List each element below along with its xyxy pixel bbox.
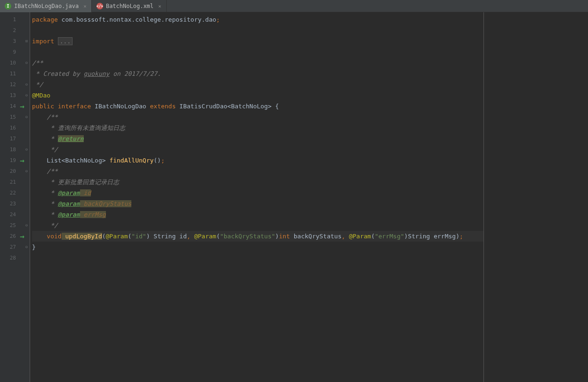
line-number: 26 [0, 231, 24, 242]
xml-file-icon: </> [97, 3, 103, 9]
editor-tabs: I IBatchNoLogDao.java × </> BatchNoLog.x… [0, 0, 588, 12]
line-number: 24 [0, 209, 24, 220]
fold-collapse-icon[interactable]: ⊖ [24, 112, 30, 122]
code-line: */ [32, 144, 483, 155]
code-line: * 查询所有未查询通知日志 [32, 122, 483, 133]
java-interface-icon: I [5, 3, 11, 9]
line-number: 14 [0, 101, 24, 112]
line-number: 16 [0, 122, 24, 133]
editor-container: 1 2 3 9 10 11 12 13 14 15 16 17 18 19 20… [0, 12, 588, 382]
line-number: 22 [0, 187, 24, 198]
code-line: * @param errMsg [32, 209, 483, 220]
code-line: * @return [32, 133, 483, 144]
code-line: * Created by guokuny on 2017/7/27. [32, 68, 483, 79]
code-line [32, 252, 483, 263]
line-number-gutter[interactable]: 1 2 3 9 10 11 12 13 14 15 16 17 18 19 20… [0, 12, 24, 382]
line-number: 1 [0, 14, 24, 25]
line-number: 17 [0, 133, 24, 144]
line-number: 13 [0, 90, 24, 101]
code-line: List<BatchNoLog> findAllUnQry(); [32, 155, 483, 166]
line-number: 12 [0, 79, 24, 90]
fold-collapse-icon[interactable]: ⊖ [24, 90, 30, 101]
fold-expand-icon[interactable]: ⊞ [24, 36, 30, 47]
line-number: 18 [0, 144, 24, 155]
code-line: /** [32, 166, 483, 177]
line-number: 28 [0, 252, 24, 263]
close-icon[interactable]: × [158, 3, 161, 9]
fold-collapse-icon[interactable]: ⊖ [24, 242, 30, 252]
code-line: } [32, 242, 483, 252]
tab-label: IBatchNoLogDao.java [14, 3, 79, 9]
code-line: */ [32, 79, 483, 90]
line-number: 21 [0, 177, 24, 187]
code-line: @MDao [32, 90, 483, 101]
line-number: 9 [0, 47, 24, 57]
fold-mark [24, 252, 30, 263]
tab-label: BatchNoLog.xml [106, 3, 153, 9]
fold-mark [24, 68, 30, 79]
tab-java-file[interactable]: I IBatchNoLogDao.java × [0, 0, 92, 12]
fold-mark [24, 14, 30, 25]
fold-mark [24, 198, 30, 209]
fold-collapse-icon[interactable]: ⊖ [24, 79, 30, 90]
code-editor[interactable]: package com.bosssoft.nontax.college.repo… [30, 12, 483, 382]
fold-mark [24, 177, 30, 187]
code-line: public interface IBatchNoLogDao extends … [32, 101, 483, 112]
fold-collapse-icon[interactable]: ⊖ [24, 57, 30, 68]
code-line [32, 47, 483, 57]
fold-mark [24, 209, 30, 220]
close-icon[interactable]: × [83, 3, 87, 9]
line-number: 23 [0, 198, 24, 209]
fold-mark [24, 133, 30, 144]
fold-collapse-icon[interactable]: ⊖ [24, 220, 30, 231]
line-number: 10 [0, 57, 24, 68]
code-line: * @param id [32, 187, 483, 198]
code-line-current: void updLogById(@Param("id") String id, … [32, 231, 483, 242]
code-line: /** [32, 57, 483, 68]
line-number: 27 [0, 242, 24, 252]
fold-mark [24, 187, 30, 198]
line-number: 19 [0, 155, 24, 166]
code-line: * @param backQryStatus [32, 198, 483, 209]
right-panel [483, 12, 588, 382]
line-number: 2 [0, 25, 24, 36]
line-number: 11 [0, 68, 24, 79]
code-line: /** [32, 112, 483, 122]
code-line: * 更新批量回查记录日志 [32, 177, 483, 187]
line-number: 3 [0, 36, 24, 47]
code-line: package com.bosssoft.nontax.college.repo… [32, 14, 483, 25]
line-number: 15 [0, 112, 24, 122]
code-line: */ [32, 220, 483, 231]
fold-collapse-icon[interactable]: ⊖ [24, 166, 30, 177]
line-number: 25 [0, 220, 24, 231]
fold-mark [24, 25, 30, 36]
code-line [32, 25, 483, 36]
tab-xml-file[interactable]: </> BatchNoLog.xml × [92, 0, 167, 12]
fold-gutter[interactable]: ⊞ ⊖ ⊖ ⊖ ⊖ ⊖ ⊖ ⊖ ⊖ [24, 12, 30, 382]
fold-mark [24, 122, 30, 133]
fold-collapse-icon[interactable]: ⊖ [24, 144, 30, 155]
fold-mark [24, 47, 30, 57]
line-number: 20 [0, 166, 24, 177]
code-line: import ... [32, 36, 483, 47]
